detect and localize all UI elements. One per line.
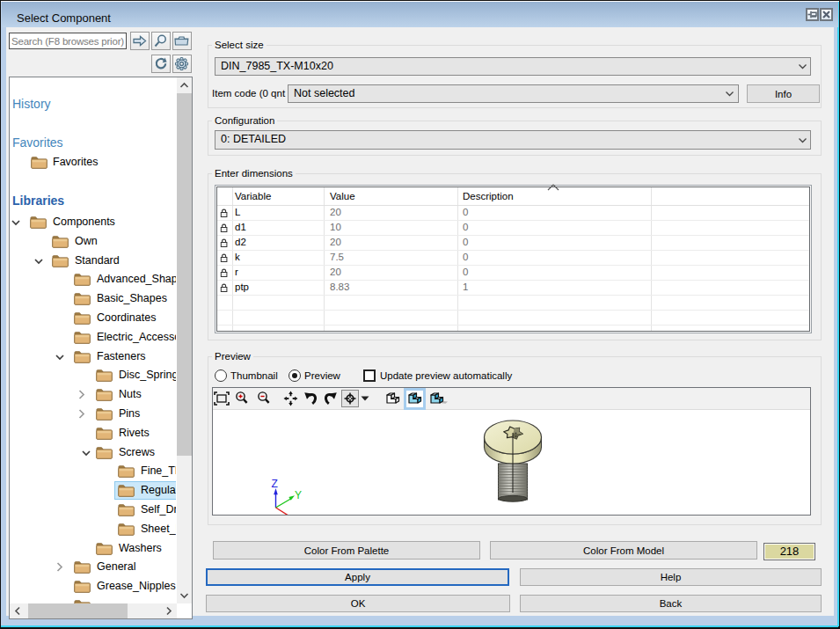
svg-text:X: X [296,514,303,515]
svg-text:Z: Z [272,478,278,490]
svg-text:Y: Y [295,489,302,501]
